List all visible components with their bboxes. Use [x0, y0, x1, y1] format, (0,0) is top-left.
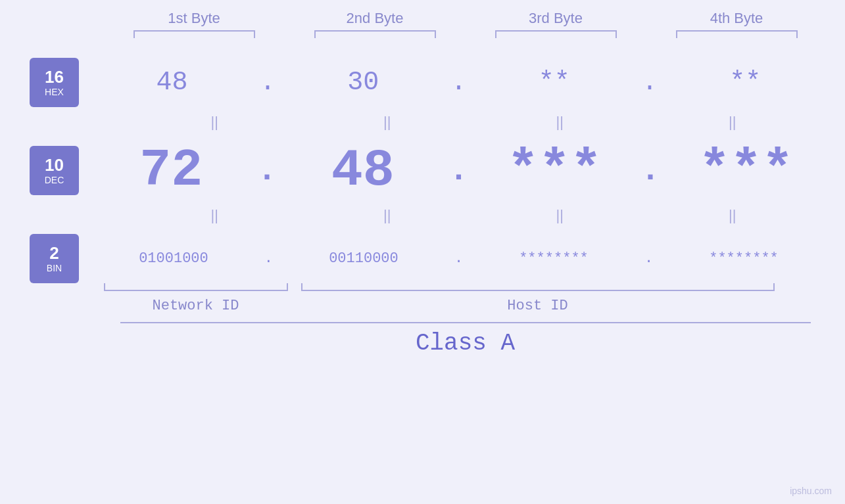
dec-badge: 10 DEC: [30, 146, 79, 195]
dec-b2: 48: [297, 141, 429, 200]
eq2-b4: ||: [667, 207, 798, 224]
bin-b3: ********: [488, 250, 619, 267]
header-byte2: 2nd Byte: [302, 10, 447, 27]
class-label: Class A: [120, 330, 811, 357]
equals-row-2: || || || ||: [115, 204, 838, 227]
equals-row-1: || || || ||: [115, 110, 838, 134]
dec-b1: 72: [105, 141, 237, 200]
dec-values: 72 . 48 . *** . ***: [79, 141, 845, 200]
bin-b2: 00110000: [298, 250, 429, 267]
bottom-section: Network ID Host ID: [104, 283, 827, 314]
hex-b2: 30: [297, 68, 429, 97]
hex-badge-label: HEX: [45, 87, 64, 97]
dec-row: 10 DEC 72 . 48 . *** . ***: [0, 141, 845, 200]
class-line: [120, 322, 811, 323]
hex-dot2: .: [450, 68, 466, 97]
bracket-1: [133, 30, 255, 38]
bracket-4: [676, 30, 798, 38]
dec-dot2: .: [448, 152, 468, 189]
watermark: ipshu.com: [790, 486, 832, 496]
eq1-b4: ||: [667, 114, 798, 131]
dec-badge-label: DEC: [45, 175, 64, 185]
byte-headers: 1st Byte 2nd Byte 3rd Byte 4th Byte: [104, 10, 827, 27]
eq2-b3: ||: [494, 207, 625, 224]
eq1-b3: ||: [494, 114, 625, 131]
hex-dot1: .: [260, 68, 276, 97]
hex-row: 16 HEX 48 . 30 . ** . **: [0, 58, 845, 107]
bottom-brackets: [104, 283, 827, 291]
dec-badge-number: 10: [45, 156, 64, 175]
dec-dot3: .: [640, 152, 660, 189]
dec-b4: ***: [681, 141, 812, 200]
network-id-label: Network ID: [104, 298, 288, 314]
eq2-b2: ||: [322, 207, 453, 224]
header-byte3: 3rd Byte: [483, 10, 628, 27]
main-container: 1st Byte 2nd Byte 3rd Byte 4th Byte 16 H…: [0, 0, 845, 504]
hex-dot3: .: [642, 68, 658, 97]
bin-badge-number: 2: [49, 244, 59, 263]
host-id-label: Host ID: [301, 298, 775, 314]
id-labels: Network ID Host ID: [104, 298, 827, 314]
bracket-2: [314, 30, 436, 38]
bin-row: 2 BIN 01001000 . 00110000 . ******** . *…: [0, 234, 845, 283]
hex-b4: **: [679, 68, 811, 97]
eq2-b1: ||: [149, 207, 280, 224]
header-byte4: 4th Byte: [664, 10, 809, 27]
bin-b1: 01001000: [108, 250, 239, 267]
network-bracket: [104, 283, 288, 291]
hex-values: 48 . 30 . ** . **: [79, 68, 845, 97]
bin-values: 01001000 . 00110000 . ******** . *******…: [79, 250, 845, 267]
bin-badge-label: BIN: [47, 263, 62, 273]
dec-dot1: .: [257, 152, 277, 189]
eq1-b2: ||: [322, 114, 453, 131]
hex-badge-number: 16: [45, 68, 64, 87]
bin-dot1: .: [264, 250, 273, 267]
header-byte1: 1st Byte: [122, 10, 266, 27]
class-section: Class A: [120, 322, 811, 357]
bracket-3: [495, 30, 617, 38]
dec-b3: ***: [489, 141, 620, 200]
hex-b3: **: [489, 68, 620, 97]
top-brackets: [104, 30, 827, 38]
bin-badge: 2 BIN: [30, 234, 79, 283]
bin-dot2: .: [454, 250, 463, 267]
hex-b1: 48: [107, 68, 238, 97]
bin-dot3: .: [644, 250, 653, 267]
host-bracket: [301, 283, 775, 291]
eq1-b1: ||: [149, 114, 280, 131]
hex-badge: 16 HEX: [30, 58, 79, 107]
bin-b4: ********: [678, 250, 809, 267]
